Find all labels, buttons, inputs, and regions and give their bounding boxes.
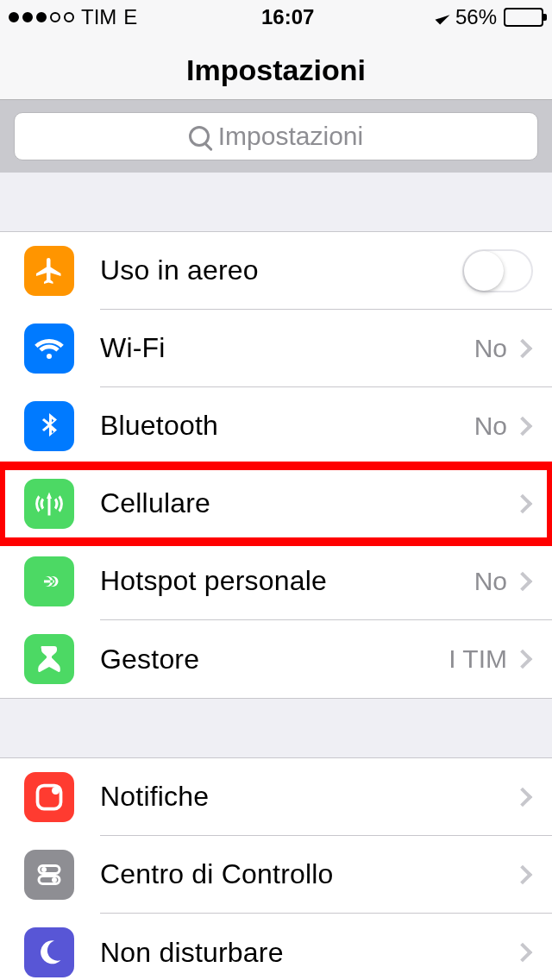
carrier-label: TIM — [81, 5, 116, 29]
nav-header: Impostazioni — [0, 35, 552, 100]
cell-body: GestoreI TIM — [100, 620, 552, 698]
airplane-icon — [24, 246, 74, 296]
cell-body: Centro di Controllo — [100, 836, 552, 914]
settings-row-control-center[interactable]: Centro di Controllo — [0, 836, 552, 914]
chevron-right-icon — [513, 787, 533, 807]
settings-row-airplane[interactable]: Uso in aereo — [0, 232, 552, 310]
status-right: 56% — [438, 5, 543, 29]
settings-row-notifications[interactable]: Notifiche — [0, 758, 552, 836]
cell-body: Notifiche — [100, 758, 552, 836]
svg-point-3 — [41, 867, 47, 872]
dnd-icon — [24, 927, 74, 977]
search-placeholder: Impostazioni — [218, 122, 363, 151]
hotspot-icon — [24, 556, 74, 606]
cell-body: BluetoothNo — [100, 387, 552, 465]
row-label: Uso in aereo — [100, 254, 462, 286]
signal-strength-icon — [9, 12, 74, 22]
settings-row-bluetooth[interactable]: BluetoothNo — [0, 387, 552, 465]
battery-icon — [504, 8, 543, 27]
row-value: No — [474, 567, 507, 596]
search-input[interactable]: Impostazioni — [14, 112, 538, 160]
row-value: No — [474, 411, 507, 441]
control-center-icon — [24, 850, 74, 900]
row-label: Gestore — [100, 644, 448, 675]
page-title: Impostazioni — [0, 53, 552, 87]
chevron-right-icon — [513, 338, 533, 358]
row-label: Hotspot personale — [100, 565, 474, 597]
chevron-right-icon — [513, 864, 533, 884]
location-icon — [435, 10, 449, 25]
network-type-label: E — [123, 5, 137, 29]
chevron-right-icon — [513, 571, 533, 591]
cell-body: Wi-FiNo — [100, 310, 552, 387]
cell-body: Uso in aereo — [100, 232, 552, 310]
cellular-icon — [24, 479, 74, 529]
settings-row-dnd[interactable]: Non disturbare — [0, 914, 552, 980]
cell-body: Non disturbare — [100, 914, 552, 980]
chevron-right-icon — [513, 416, 533, 436]
notifications-icon — [24, 772, 74, 822]
switch-knob — [464, 251, 504, 291]
bluetooth-icon — [24, 401, 74, 451]
chevron-right-icon — [513, 943, 533, 963]
status-left: TIM E — [9, 5, 137, 29]
row-label: Centro di Controllo — [100, 858, 516, 890]
row-label: Bluetooth — [100, 410, 474, 442]
settings-group: Uso in aereoWi-FiNoBluetoothNoCellulareH… — [0, 231, 552, 699]
cell-body: Cellulare — [100, 465, 552, 543]
clock-label: 16:07 — [261, 5, 314, 29]
svg-point-5 — [52, 877, 57, 883]
chevron-right-icon — [513, 650, 533, 669]
search-bar-container: Impostazioni — [0, 100, 552, 173]
settings-list: Uso in aereoWi-FiNoBluetoothNoCellulareH… — [0, 231, 552, 980]
airplane-switch[interactable] — [462, 249, 533, 292]
settings-row-hotspot[interactable]: Hotspot personaleNo — [0, 543, 552, 620]
row-value: I TIM — [448, 644, 507, 674]
row-label: Notifiche — [100, 781, 516, 813]
carrier-icon — [24, 634, 74, 684]
settings-row-carrier[interactable]: GestoreI TIM — [0, 620, 552, 698]
settings-row-wifi[interactable]: Wi-FiNo — [0, 310, 552, 387]
search-icon — [189, 126, 210, 147]
svg-point-1 — [52, 787, 60, 795]
settings-group: NotificheCentro di ControlloNon disturba… — [0, 757, 552, 980]
battery-percent-label: 56% — [455, 5, 497, 29]
row-label: Cellulare — [100, 487, 516, 519]
status-bar: TIM E 16:07 56% — [0, 0, 552, 35]
settings-row-cellular[interactable]: Cellulare — [0, 465, 552, 543]
chevron-right-icon — [513, 493, 533, 513]
row-label: Wi-Fi — [100, 332, 474, 364]
cell-body: Hotspot personaleNo — [100, 543, 552, 620]
wifi-icon — [24, 324, 74, 374]
row-label: Non disturbare — [100, 937, 516, 969]
row-value: No — [474, 334, 507, 363]
